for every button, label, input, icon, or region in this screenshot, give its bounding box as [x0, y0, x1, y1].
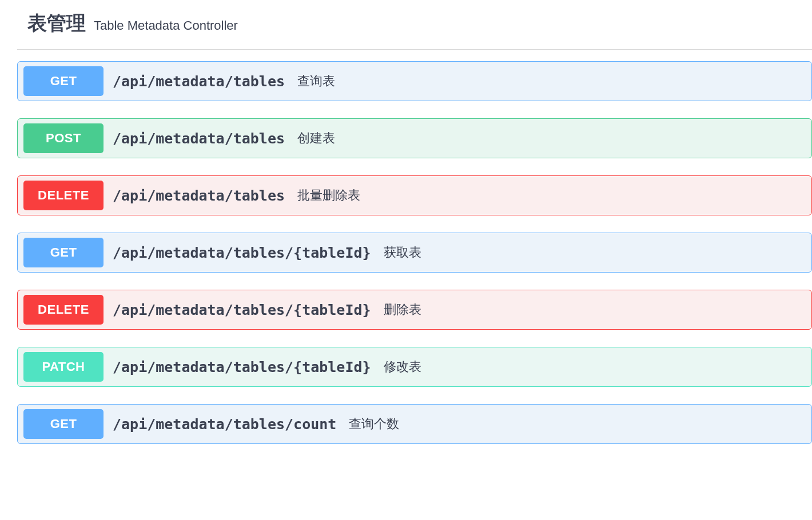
endpoint-path: /api/metadata/tables/{tableId} — [113, 359, 371, 375]
endpoint-summary: 修改表 — [384, 358, 421, 375]
http-method-badge: GET — [23, 409, 104, 439]
endpoint-row[interactable]: GET/api/metadata/tables/count查询个数 — [17, 404, 812, 444]
endpoint-row[interactable]: GET/api/metadata/tables/{tableId}获取表 — [17, 233, 812, 273]
endpoint-summary: 批量删除表 — [297, 187, 360, 204]
http-method-badge: DELETE — [23, 295, 104, 325]
endpoint-path: /api/metadata/tables/count — [113, 416, 336, 433]
section-header: 表管理 Table Metadata Controller — [17, 10, 812, 50]
endpoint-summary: 查询个数 — [349, 415, 399, 433]
endpoint-path: /api/metadata/tables — [113, 187, 285, 204]
endpoint-path: /api/metadata/tables/{tableId} — [113, 302, 371, 318]
endpoint-row[interactable]: DELETE/api/metadata/tables/{tableId}删除表 — [17, 290, 812, 330]
endpoint-row[interactable]: DELETE/api/metadata/tables批量删除表 — [17, 175, 812, 215]
section-subtitle: Table Metadata Controller — [94, 18, 238, 33]
http-method-badge: PATCH — [23, 352, 104, 382]
endpoint-row[interactable]: PATCH/api/metadata/tables/{tableId}修改表 — [17, 347, 812, 387]
http-method-badge: GET — [23, 66, 104, 96]
endpoint-path: /api/metadata/tables/{tableId} — [113, 245, 371, 261]
http-method-badge: DELETE — [23, 181, 104, 210]
http-method-badge: POST — [23, 123, 104, 153]
endpoint-summary: 获取表 — [384, 244, 421, 261]
endpoint-summary: 删除表 — [384, 301, 421, 318]
endpoint-row[interactable]: POST/api/metadata/tables创建表 — [17, 118, 812, 158]
endpoint-row[interactable]: GET/api/metadata/tables查询表 — [17, 61, 812, 101]
endpoint-path: /api/metadata/tables — [113, 130, 285, 147]
endpoint-summary: 创建表 — [297, 130, 335, 147]
endpoint-summary: 查询表 — [297, 73, 335, 90]
endpoints-list: GET/api/metadata/tables查询表POST/api/metad… — [17, 50, 812, 444]
section-title: 表管理 — [27, 10, 86, 37]
endpoint-path: /api/metadata/tables — [113, 73, 285, 90]
http-method-badge: GET — [23, 238, 104, 267]
